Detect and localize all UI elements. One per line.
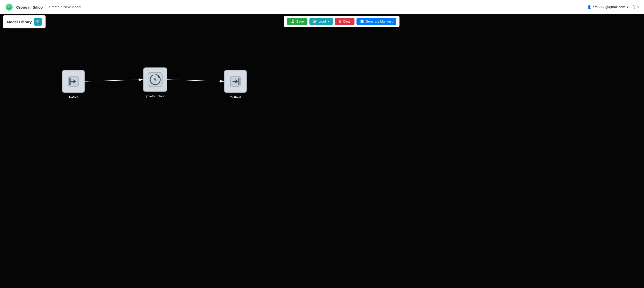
star-dot bbox=[489, 116, 489, 116]
star-dot bbox=[629, 178, 630, 178]
star-dot bbox=[455, 272, 455, 273]
star-dot bbox=[155, 167, 155, 168]
svg-rect-12 bbox=[238, 78, 239, 85]
star-dot bbox=[247, 262, 248, 262]
star-dot bbox=[347, 75, 347, 76]
star-dot bbox=[230, 149, 230, 149]
app-logo bbox=[5, 3, 13, 11]
star-dot bbox=[278, 190, 278, 190]
node-outport[interactable]: OutPort bbox=[224, 70, 247, 99]
star-dot bbox=[68, 134, 69, 135]
star-dot bbox=[436, 105, 436, 106]
star-dot bbox=[381, 125, 381, 126]
star-dot bbox=[3, 53, 4, 54]
star-dot bbox=[517, 15, 517, 16]
star-dot bbox=[290, 171, 291, 171]
star-dot bbox=[154, 265, 155, 266]
load-button[interactable]: 📂 Load ▾ bbox=[309, 18, 333, 25]
star-dot bbox=[261, 162, 261, 162]
star-dot bbox=[421, 129, 421, 130]
star-dot bbox=[403, 265, 404, 266]
star-dot bbox=[318, 256, 318, 257]
star-dot bbox=[350, 269, 351, 270]
star-dot bbox=[2, 93, 3, 93]
node-growth-mlang[interactable]: 5 growth_mlang bbox=[143, 67, 167, 98]
star-dot bbox=[218, 145, 219, 146]
star-dot bbox=[343, 261, 343, 261]
save-label: Save bbox=[296, 20, 304, 23]
star-dot bbox=[562, 262, 562, 263]
star-dot bbox=[149, 27, 149, 28]
star-dot bbox=[186, 174, 186, 174]
star-dot bbox=[415, 207, 415, 207]
toolbar-panel: 💾 Save 📂 Load ▾ 🗑 Clear 📄 Generate Manif… bbox=[284, 16, 399, 27]
star-dot bbox=[334, 269, 334, 270]
node-inport[interactable]: InPort bbox=[62, 70, 85, 99]
star-dot bbox=[339, 147, 340, 147]
star-dot bbox=[607, 122, 607, 123]
star-dot bbox=[625, 194, 625, 194]
star-dot bbox=[535, 255, 535, 256]
star-dot bbox=[619, 15, 619, 16]
star-dot bbox=[66, 52, 66, 52]
star-dot bbox=[422, 147, 423, 148]
star-dot bbox=[540, 95, 540, 96]
star-dot bbox=[585, 32, 585, 32]
star-dot bbox=[531, 268, 532, 268]
star-dot bbox=[445, 185, 446, 186]
star-dot bbox=[637, 236, 637, 236]
star-dot bbox=[319, 143, 319, 144]
star-dot bbox=[140, 208, 141, 209]
star-dot bbox=[326, 52, 326, 52]
star-dot bbox=[146, 104, 147, 105]
star-dot bbox=[214, 77, 214, 78]
star-dot bbox=[35, 71, 36, 71]
star-dot bbox=[525, 186, 526, 187]
star-dot bbox=[418, 277, 419, 277]
star-dot bbox=[499, 181, 499, 182]
star-dot bbox=[634, 215, 634, 215]
star-dot bbox=[15, 222, 16, 223]
star-dot bbox=[203, 66, 204, 67]
star-dot bbox=[170, 144, 171, 145]
star-dot bbox=[51, 280, 52, 280]
star-dot bbox=[633, 154, 634, 154]
star-dot bbox=[611, 79, 611, 80]
star-dot bbox=[188, 173, 189, 174]
star-dot bbox=[55, 218, 56, 218]
star-dot bbox=[456, 245, 456, 246]
star-dot bbox=[135, 193, 136, 194]
star-dot bbox=[627, 140, 627, 140]
star-dot bbox=[195, 194, 195, 195]
save-button[interactable]: 💾 Save bbox=[287, 18, 307, 25]
user-menu[interactable]: 👤 cfh5058@gmail.com ▾ bbox=[587, 5, 629, 9]
node-outport-box[interactable] bbox=[224, 70, 247, 93]
outport-icon bbox=[229, 75, 242, 87]
star-dot bbox=[188, 188, 188, 188]
star-dot bbox=[249, 273, 249, 273]
node-inport-box[interactable] bbox=[62, 70, 85, 93]
generate-manifest-button[interactable]: 📄 Generate Manifest bbox=[356, 18, 396, 25]
star-dot bbox=[444, 275, 445, 276]
star-dot bbox=[235, 105, 236, 106]
model-library-search-button[interactable]: 🔍 bbox=[34, 18, 42, 26]
star-dot bbox=[636, 275, 636, 276]
help-menu[interactable]: ⓪ ▾ bbox=[633, 5, 639, 9]
star-dot bbox=[34, 46, 35, 47]
star-dot bbox=[306, 105, 306, 106]
star-dot bbox=[495, 153, 496, 153]
star-dot bbox=[477, 66, 478, 66]
clear-button[interactable]: 🗑 Clear bbox=[335, 18, 354, 25]
canvas-area[interactable]: InPort 5 growth_mlang OutPort bbox=[0, 14, 644, 288]
star-dot bbox=[277, 150, 278, 151]
star-dot bbox=[336, 159, 336, 159]
star-dot bbox=[147, 69, 148, 70]
star-dot bbox=[487, 63, 487, 64]
growth-icon: 5 bbox=[148, 72, 163, 87]
navbar-right: 👤 cfh5058@gmail.com ▾ ⓪ ▾ bbox=[587, 5, 639, 9]
star-dot bbox=[63, 110, 64, 111]
star-dot bbox=[625, 281, 625, 282]
star-dot bbox=[76, 119, 77, 120]
star-dot bbox=[500, 14, 501, 15]
star-dot bbox=[628, 169, 629, 169]
